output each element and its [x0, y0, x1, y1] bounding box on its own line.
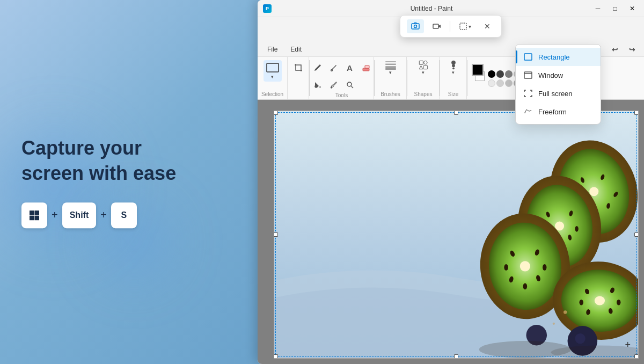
crop-tools [291, 60, 306, 75]
svg-point-43 [575, 226, 578, 232]
tools-label: Tools [335, 92, 348, 98]
dropdown-window[interactable]: Window [516, 66, 601, 84]
key-s: S [111, 202, 137, 228]
dropdown-freeform[interactable]: Freeform [516, 103, 601, 121]
fill-bucket-button[interactable] [310, 77, 325, 92]
kiwi-scene [274, 111, 638, 358]
tools-row-2 [310, 77, 357, 92]
svg-rect-19 [419, 61, 423, 64]
color-lightgray1[interactable] [488, 79, 495, 87]
color-lightgray3[interactable] [505, 79, 513, 87]
key-shift: Shift [62, 202, 97, 228]
svg-point-72 [564, 310, 567, 314]
dropdown-fullscreen[interactable]: Full screen [516, 84, 601, 103]
svg-rect-1 [35, 210, 40, 215]
size-button[interactable]: ▾ [446, 60, 461, 75]
freeform-label: Freeform [538, 108, 567, 116]
window-icon [523, 70, 533, 80]
color1-swatch[interactable] [472, 64, 484, 76]
svg-point-62 [617, 300, 620, 305]
undo-redo-area: ↩ ↪ [608, 42, 640, 57]
svg-point-23 [452, 68, 455, 70]
left-panel: Capture yourscreen with ease + Shift + S [21, 136, 176, 228]
crop-button[interactable] [291, 60, 306, 75]
svg-point-52 [543, 264, 546, 271]
svg-point-55 [523, 283, 527, 289]
svg-rect-74 [524, 54, 532, 60]
svg-point-48 [520, 261, 530, 271]
eyedropper-button[interactable] [326, 77, 341, 92]
svg-rect-11 [365, 65, 369, 68]
color-gray[interactable] [505, 70, 513, 78]
window-label: Window [538, 71, 563, 79]
fullscreen-icon [523, 89, 533, 98]
selection-tool-button[interactable]: ▾ [264, 60, 282, 82]
toolbar-divider [450, 21, 450, 32]
brush-button[interactable] [326, 60, 341, 75]
maximize-button[interactable]: □ [609, 2, 621, 15]
svg-point-58 [595, 296, 605, 305]
svg-rect-8 [267, 63, 279, 72]
tools-grid: A [310, 60, 374, 92]
svg-point-14 [347, 82, 352, 86]
shortcut-row: + Shift + S [21, 202, 176, 228]
zoom-button[interactable] [342, 77, 357, 92]
undo-button[interactable]: ↩ [608, 42, 623, 57]
pencil-button[interactable] [310, 60, 325, 75]
minimize-button[interactable]: ─ [591, 2, 604, 15]
svg-rect-2 [30, 215, 34, 220]
ribbon-size-section: ▾ Size [440, 57, 467, 99]
svg-point-20 [423, 61, 427, 64]
svg-point-51 [504, 264, 508, 271]
crosshair-cursor: + [625, 339, 631, 351]
snip-close-button[interactable]: ✕ [480, 19, 495, 34]
svg-rect-10 [363, 68, 369, 71]
active-colors [472, 64, 484, 86]
ribbon-crop-section [288, 57, 309, 99]
redo-button[interactable]: ↪ [625, 42, 640, 57]
file-menu[interactable]: File [262, 45, 283, 54]
color-lightgray2[interactable] [496, 79, 504, 87]
plus-1: + [52, 209, 58, 221]
shapes-button[interactable]: ▾ [416, 60, 431, 75]
canvas-area[interactable]: + [258, 100, 644, 364]
plus-2: + [100, 209, 107, 221]
svg-marker-21 [419, 65, 422, 69]
eraser-button[interactable] [358, 60, 374, 75]
brushes-button[interactable]: ▾ [383, 60, 398, 75]
snip-selection-button[interactable]: ▾ [455, 19, 475, 33]
svg-rect-0 [30, 210, 34, 215]
selection-indicator [516, 50, 517, 63]
svg-point-39 [555, 221, 564, 230]
color-black[interactable] [488, 70, 495, 78]
rectangle-label: Rectangle [538, 53, 570, 61]
headline: Capture yourscreen with ease [21, 136, 176, 186]
svg-point-25 [451, 61, 456, 65]
svg-point-29 [589, 187, 598, 196]
svg-rect-6 [433, 24, 438, 28]
freeform-icon [523, 107, 533, 117]
brushes-label: Brushes [380, 91, 400, 97]
svg-point-9 [331, 70, 332, 71]
svg-rect-4 [412, 24, 419, 29]
svg-rect-22 [423, 65, 428, 69]
svg-point-68 [575, 333, 585, 344]
snip-photo-button[interactable] [407, 19, 424, 33]
size-label: Size [448, 91, 458, 97]
color-darkgray[interactable] [496, 70, 504, 78]
text-button[interactable]: A [342, 60, 357, 75]
dropdown-rectangle[interactable]: Rectangle [516, 48, 601, 66]
svg-rect-12 [319, 86, 321, 88]
snip-video-button[interactable] [428, 19, 445, 33]
close-window-button[interactable]: ✕ [626, 2, 639, 15]
tools-row-1: A [310, 60, 374, 75]
selection-label: Selection [261, 91, 283, 97]
paint-window: P Untitled - Paint ─ □ ✕ ▾ ✕ File Edit ↩… [258, 0, 644, 364]
svg-rect-7 [460, 23, 466, 30]
svg-rect-75 [524, 72, 532, 78]
snip-toolbar: ▾ ✕ [400, 15, 502, 38]
edit-menu[interactable]: Edit [285, 45, 307, 54]
kiwi-image [274, 111, 638, 358]
selection-dropdown: Rectangle Window Full screen Freeform [515, 44, 601, 125]
ribbon-brushes-section: ▾ Brushes [375, 57, 407, 99]
